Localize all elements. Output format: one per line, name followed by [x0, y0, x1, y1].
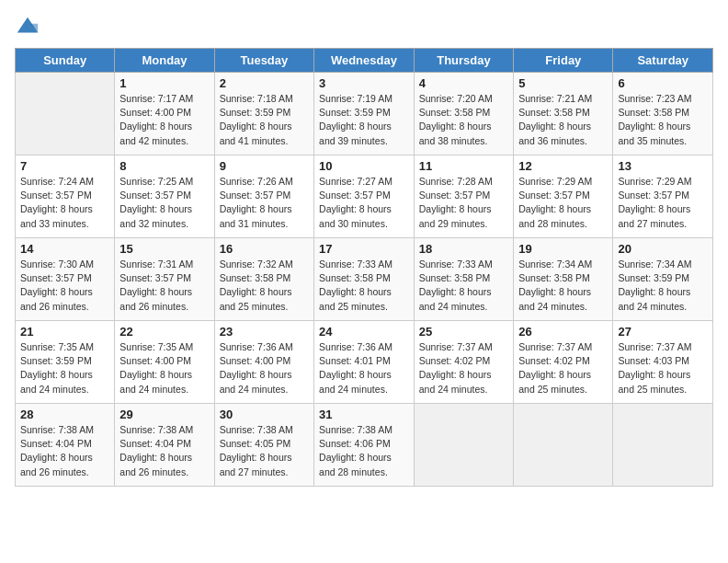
calendar-week-row: 28Sunrise: 7:38 AM Sunset: 4:04 PM Dayli…: [16, 404, 713, 487]
calendar-cell: 25Sunrise: 7:37 AM Sunset: 4:02 PM Dayli…: [414, 321, 513, 404]
day-number: 5: [518, 76, 608, 90]
day-info: Sunrise: 7:38 AM Sunset: 4:06 PM Dayligh…: [319, 423, 409, 479]
day-info: Sunrise: 7:35 AM Sunset: 3:59 PM Dayligh…: [20, 340, 109, 396]
day-info: Sunrise: 7:32 AM Sunset: 3:58 PM Dayligh…: [220, 258, 309, 314]
day-info: Sunrise: 7:29 AM Sunset: 3:57 PM Dayligh…: [518, 175, 608, 231]
day-info: Sunrise: 7:25 AM Sunset: 3:57 PM Dayligh…: [119, 175, 209, 231]
weekday-header: Sunday: [16, 49, 115, 73]
calendar-cell: [414, 404, 513, 487]
calendar-cell: 26Sunrise: 7:37 AM Sunset: 4:02 PM Dayli…: [514, 321, 613, 404]
day-number: 18: [419, 242, 508, 256]
day-number: 15: [119, 242, 209, 256]
calendar-cell: 8Sunrise: 7:25 AM Sunset: 3:57 PM Daylig…: [115, 155, 214, 238]
calendar-cell: 28Sunrise: 7:38 AM Sunset: 4:04 PM Dayli…: [16, 404, 115, 487]
calendar-cell: 30Sunrise: 7:38 AM Sunset: 4:05 PM Dayli…: [214, 404, 313, 487]
day-info: Sunrise: 7:26 AM Sunset: 3:57 PM Dayligh…: [220, 175, 309, 231]
calendar-cell: 31Sunrise: 7:38 AM Sunset: 4:06 PM Dayli…: [314, 404, 415, 487]
day-number: 26: [518, 325, 608, 339]
calendar-cell: 3Sunrise: 7:19 AM Sunset: 3:59 PM Daylig…: [314, 73, 415, 155]
calendar-cell: 29Sunrise: 7:38 AM Sunset: 4:04 PM Dayli…: [115, 404, 214, 487]
day-number: 31: [319, 408, 409, 421]
calendar-cell: [514, 404, 613, 487]
calendar-body: 1Sunrise: 7:17 AM Sunset: 4:00 PM Daylig…: [16, 73, 713, 487]
calendar-table: SundayMondayTuesdayWednesdayThursdayFrid…: [15, 48, 713, 487]
day-number: 12: [518, 159, 608, 173]
day-info: Sunrise: 7:19 AM Sunset: 3:59 PM Dayligh…: [319, 92, 409, 148]
day-number: 27: [618, 325, 708, 339]
day-info: Sunrise: 7:36 AM Sunset: 4:01 PM Dayligh…: [319, 340, 409, 396]
day-info: Sunrise: 7:23 AM Sunset: 3:58 PM Dayligh…: [618, 92, 708, 148]
calendar-cell: 24Sunrise: 7:36 AM Sunset: 4:01 PM Dayli…: [314, 321, 415, 404]
day-number: 30: [220, 408, 309, 421]
page-header: [15, 15, 713, 40]
day-number: 8: [119, 159, 209, 173]
day-info: Sunrise: 7:36 AM Sunset: 4:00 PM Dayligh…: [220, 340, 309, 396]
day-info: Sunrise: 7:31 AM Sunset: 3:57 PM Dayligh…: [119, 258, 209, 314]
calendar-cell: 18Sunrise: 7:33 AM Sunset: 3:58 PM Dayli…: [414, 238, 513, 321]
day-number: 19: [518, 242, 608, 256]
day-number: 29: [119, 408, 209, 421]
calendar-cell: [16, 73, 115, 155]
calendar-cell: 22Sunrise: 7:35 AM Sunset: 4:00 PM Dayli…: [115, 321, 214, 404]
day-number: 23: [220, 325, 309, 339]
calendar-week-row: 7Sunrise: 7:24 AM Sunset: 3:57 PM Daylig…: [16, 155, 713, 238]
day-number: 9: [220, 159, 309, 173]
calendar-cell: 21Sunrise: 7:35 AM Sunset: 3:59 PM Dayli…: [16, 321, 115, 404]
calendar-cell: 1Sunrise: 7:17 AM Sunset: 4:00 PM Daylig…: [115, 73, 214, 155]
day-number: 22: [119, 325, 209, 339]
calendar-cell: 11Sunrise: 7:28 AM Sunset: 3:57 PM Dayli…: [414, 155, 513, 238]
day-info: Sunrise: 7:30 AM Sunset: 3:57 PM Dayligh…: [20, 258, 109, 314]
day-number: 11: [419, 159, 508, 173]
day-info: Sunrise: 7:18 AM Sunset: 3:59 PM Dayligh…: [220, 92, 309, 148]
day-number: 7: [20, 159, 109, 173]
day-info: Sunrise: 7:34 AM Sunset: 3:58 PM Dayligh…: [518, 258, 608, 314]
weekday-header: Monday: [115, 49, 214, 73]
day-info: Sunrise: 7:20 AM Sunset: 3:58 PM Dayligh…: [419, 92, 508, 148]
calendar-cell: 15Sunrise: 7:31 AM Sunset: 3:57 PM Dayli…: [115, 238, 214, 321]
calendar-cell: 23Sunrise: 7:36 AM Sunset: 4:00 PM Dayli…: [214, 321, 313, 404]
day-info: Sunrise: 7:27 AM Sunset: 3:57 PM Dayligh…: [319, 175, 409, 231]
calendar-cell: 9Sunrise: 7:26 AM Sunset: 3:57 PM Daylig…: [214, 155, 313, 238]
day-number: 1: [119, 76, 209, 90]
calendar-cell: 20Sunrise: 7:34 AM Sunset: 3:59 PM Dayli…: [613, 238, 713, 321]
day-number: 16: [220, 242, 309, 256]
day-info: Sunrise: 7:34 AM Sunset: 3:59 PM Dayligh…: [618, 258, 708, 314]
day-info: Sunrise: 7:38 AM Sunset: 4:05 PM Dayligh…: [220, 423, 309, 479]
day-info: Sunrise: 7:37 AM Sunset: 4:03 PM Dayligh…: [618, 340, 708, 396]
calendar-cell: 7Sunrise: 7:24 AM Sunset: 3:57 PM Daylig…: [16, 155, 115, 238]
day-info: Sunrise: 7:17 AM Sunset: 4:00 PM Dayligh…: [119, 92, 209, 148]
calendar-header: SundayMondayTuesdayWednesdayThursdayFrid…: [16, 49, 713, 73]
day-number: 20: [618, 242, 708, 256]
calendar-week-row: 1Sunrise: 7:17 AM Sunset: 4:00 PM Daylig…: [16, 73, 713, 155]
calendar-week-row: 21Sunrise: 7:35 AM Sunset: 3:59 PM Dayli…: [16, 321, 713, 404]
day-info: Sunrise: 7:21 AM Sunset: 3:58 PM Dayligh…: [518, 92, 608, 148]
weekday-header: Friday: [514, 49, 613, 73]
day-info: Sunrise: 7:29 AM Sunset: 3:57 PM Dayligh…: [618, 175, 708, 231]
logo: [15, 15, 42, 40]
weekday-header: Thursday: [414, 49, 513, 73]
day-info: Sunrise: 7:24 AM Sunset: 3:57 PM Dayligh…: [20, 175, 109, 231]
day-number: 28: [20, 408, 109, 421]
calendar-cell: 5Sunrise: 7:21 AM Sunset: 3:58 PM Daylig…: [514, 73, 613, 155]
day-info: Sunrise: 7:33 AM Sunset: 3:58 PM Dayligh…: [319, 258, 409, 314]
day-info: Sunrise: 7:37 AM Sunset: 4:02 PM Dayligh…: [419, 340, 508, 396]
day-number: 21: [20, 325, 109, 339]
calendar-cell: 4Sunrise: 7:20 AM Sunset: 3:58 PM Daylig…: [414, 73, 513, 155]
calendar-cell: 14Sunrise: 7:30 AM Sunset: 3:57 PM Dayli…: [16, 238, 115, 321]
day-info: Sunrise: 7:35 AM Sunset: 4:00 PM Dayligh…: [119, 340, 209, 396]
calendar-cell: [613, 404, 713, 487]
logo-icon: [15, 15, 40, 40]
calendar-cell: 16Sunrise: 7:32 AM Sunset: 3:58 PM Dayli…: [214, 238, 313, 321]
calendar-cell: 12Sunrise: 7:29 AM Sunset: 3:57 PM Dayli…: [514, 155, 613, 238]
calendar-cell: 27Sunrise: 7:37 AM Sunset: 4:03 PM Dayli…: [613, 321, 713, 404]
day-number: 4: [419, 76, 508, 90]
day-number: 2: [220, 76, 309, 90]
weekday-header: Tuesday: [214, 49, 313, 73]
day-info: Sunrise: 7:37 AM Sunset: 4:02 PM Dayligh…: [518, 340, 608, 396]
day-number: 13: [618, 159, 708, 173]
calendar-week-row: 14Sunrise: 7:30 AM Sunset: 3:57 PM Dayli…: [16, 238, 713, 321]
day-number: 10: [319, 159, 409, 173]
weekday-header: Wednesday: [314, 49, 415, 73]
calendar-cell: 2Sunrise: 7:18 AM Sunset: 3:59 PM Daylig…: [214, 73, 313, 155]
day-number: 24: [319, 325, 409, 339]
